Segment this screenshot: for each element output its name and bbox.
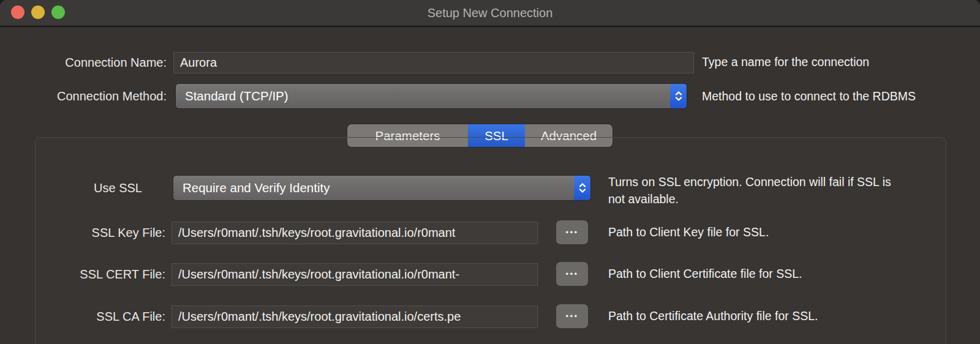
chevron-up-down-icon	[574, 176, 590, 200]
connection-name-hint: Type a name for the connection	[702, 55, 869, 69]
chevron-up-down-icon	[670, 84, 687, 108]
ssl-key-file-label: SSL Key File:	[0, 222, 165, 244]
ellipsis-icon: •••	[565, 228, 578, 237]
connection-method-hint: Method to use to connect to the RDBMS	[702, 89, 916, 103]
ssl-ca-file-hint: Path to Certificate Authority file for S…	[608, 309, 818, 323]
ssl-key-browse-button[interactable]: •••	[556, 220, 588, 244]
ssl-cert-file-hint: Path to Client Certificate file for SSL.	[608, 267, 802, 281]
zoom-button[interactable]	[51, 6, 65, 19]
minimize-button[interactable]	[31, 6, 45, 19]
connection-name-input[interactable]	[173, 52, 694, 73]
connection-name-label: Connection Name:	[0, 52, 167, 73]
ssl-ca-file-label: SSL CA File:	[0, 305, 165, 327]
ssl-cert-file-label: SSL CERT File:	[0, 263, 165, 285]
connection-method-value: Standard (TCP/IP)	[185, 84, 666, 108]
ssl-key-file-hint: Path to Client Key file for SSL.	[608, 225, 769, 239]
connection-method-select[interactable]: Standard (TCP/IP)	[176, 84, 687, 108]
ssl-ca-file-input[interactable]	[172, 305, 538, 328]
ssl-cert-browse-button[interactable]: •••	[556, 262, 588, 286]
use-ssl-select[interactable]: Require and Verify Identity	[173, 176, 590, 200]
use-ssl-value: Require and Verify Identity	[183, 176, 570, 200]
ssl-key-file-input[interactable]	[172, 222, 538, 244]
ellipsis-icon: •••	[565, 312, 578, 321]
ssl-cert-file-input[interactable]	[172, 263, 538, 286]
ssl-ca-browse-button[interactable]: •••	[556, 304, 588, 328]
titlebar: Setup New Connection	[0, 0, 980, 27]
connection-method-label: Connection Method:	[0, 84, 167, 108]
close-button[interactable]	[11, 6, 24, 19]
use-ssl-hint: Turns on SSL encryption. Connection will…	[608, 174, 907, 208]
setup-new-connection-dialog: Setup New Connection Connection Name: Ty…	[0, 0, 980, 344]
ellipsis-icon: •••	[565, 269, 578, 279]
use-ssl-label: Use SSL	[0, 176, 142, 200]
window-title: Setup New Connection	[0, 0, 980, 26]
